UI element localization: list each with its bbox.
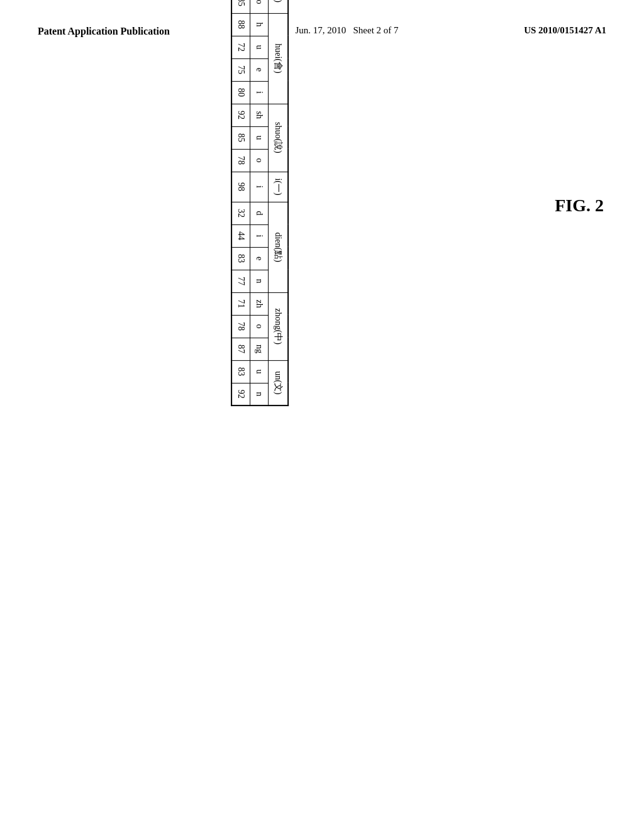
phoneme-cell: sh xyxy=(250,104,269,126)
phoneme-cell: n xyxy=(250,383,269,406)
phoneme-cell: e xyxy=(250,58,269,81)
publication-number: US 2010/0151427 A1 xyxy=(524,25,606,36)
phoneme-cell: i xyxy=(250,224,269,247)
phoneme-row: u o h u e i sh u o i d i e n zh xyxy=(250,0,269,406)
group-shuo: shuo(說) xyxy=(269,104,289,172)
value-cell: 44 xyxy=(231,224,250,247)
publication-date-sheet: Jun. 17, 2010 Sheet 2 of 7 xyxy=(295,25,398,36)
value-cell: 75 xyxy=(231,58,250,81)
phoneme-cell: zh xyxy=(250,292,269,315)
sheet-number: Sheet 2 of 7 xyxy=(353,25,398,35)
group-huei: huei(會) xyxy=(269,13,289,104)
phoneme-cell: n xyxy=(250,270,269,292)
table-wrapper: uo(我) huei(會) shuo(說) i(一) dien(點) zhong… xyxy=(40,82,479,291)
phoneme-table: uo(我) huei(會) shuo(說) i(一) dien(點) zhong… xyxy=(231,0,289,406)
value-cell: 78 xyxy=(231,149,250,172)
value-cell: 85 xyxy=(231,0,250,13)
value-cell: 77 xyxy=(231,270,250,292)
group-uo: uo(我) xyxy=(269,0,289,13)
phoneme-cell: h xyxy=(250,13,269,36)
value-cell: 92 xyxy=(231,104,250,126)
page-header: Patent Application Publication Jun. 17, … xyxy=(0,0,644,51)
phoneme-cell: u xyxy=(250,360,269,383)
value-cell: 83 xyxy=(231,247,250,270)
value-cell: 80 xyxy=(231,81,250,104)
value-cell: 88 xyxy=(231,13,250,36)
value-cell: 98 xyxy=(231,172,250,202)
publication-date: Jun. 17, 2010 xyxy=(295,25,346,35)
phoneme-cell: u xyxy=(250,126,269,149)
value-cell: 92 xyxy=(231,383,250,406)
phoneme-cell: i xyxy=(250,81,269,104)
value-row: 73 85 88 72 75 80 92 85 78 98 32 44 83 7… xyxy=(231,0,250,406)
value-cell: 71 xyxy=(231,292,250,315)
data-table-container: uo(我) huei(會) shuo(說) i(一) dien(點) zhong… xyxy=(231,0,289,406)
value-cell: 87 xyxy=(231,338,250,360)
group-i: i(一) xyxy=(269,172,289,202)
value-cell: 72 xyxy=(231,36,250,58)
value-cell: 83 xyxy=(231,360,250,383)
group-zhong: zhong(中) xyxy=(269,292,289,360)
phoneme-cell: o xyxy=(250,149,269,172)
main-content: uo(我) huei(會) shuo(說) i(一) dien(點) zhong… xyxy=(0,51,644,310)
group-dien: dien(點) xyxy=(269,202,289,292)
phoneme-cell: o xyxy=(250,0,269,13)
publication-title: Patent Application Publication xyxy=(38,25,170,38)
value-cell: 85 xyxy=(231,126,250,149)
phoneme-cell: i xyxy=(250,172,269,202)
phoneme-cell: u xyxy=(250,36,269,58)
group-header-row: uo(我) huei(會) shuo(說) i(一) dien(點) zhong… xyxy=(269,0,289,406)
phoneme-cell: o xyxy=(250,315,269,338)
value-cell: 32 xyxy=(231,202,250,224)
value-cell: 78 xyxy=(231,315,250,338)
phoneme-cell: ng xyxy=(250,338,269,360)
figure-label: FIG. 2 xyxy=(555,196,604,216)
group-un: un(文) xyxy=(269,360,289,406)
phoneme-cell: d xyxy=(250,202,269,224)
phoneme-cell: e xyxy=(250,247,269,270)
